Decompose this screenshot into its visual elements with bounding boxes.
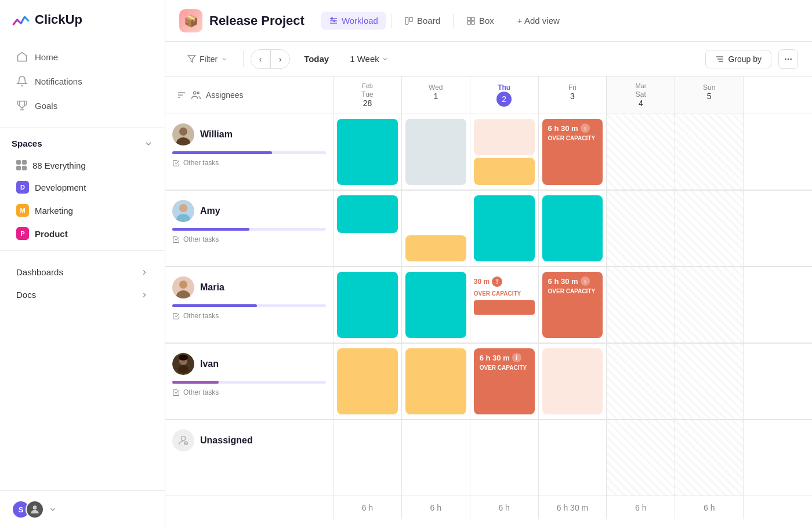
william-tue-task[interactable] — [337, 119, 398, 185]
info-icon-maria: i — [581, 276, 590, 286]
ivan-thu-task[interactable]: 6 h 30 m i OVER CAPACITY — [474, 348, 535, 414]
prev-arrow-button[interactable]: ‹ — [251, 49, 270, 69]
ivan-sat-cell — [607, 344, 675, 419]
maria-fri-task[interactable]: 6 h 30 m i OVER CAPACITY — [542, 272, 603, 338]
date-nav-arrows: ‹ › — [251, 49, 290, 69]
sidebar-item-development-label: Development — [35, 183, 86, 192]
amy-sun-cell — [675, 191, 744, 266]
amy-tue-cell — [334, 191, 402, 266]
header-day-fri: Fri 3 — [539, 77, 607, 114]
sidebar-item-product[interactable]: P Product — [5, 223, 160, 245]
sidebar-item-notifications[interactable]: Notifications — [5, 70, 160, 93]
row-maria: Maria Other tasks — [165, 267, 812, 344]
footer-tue: 6 h — [334, 496, 402, 519]
tab-workload[interactable]: Workload — [321, 12, 386, 30]
svg-point-18 — [790, 58, 792, 60]
more-options-button[interactable] — [778, 49, 798, 69]
sidebar-item-goals[interactable]: Goals — [5, 94, 160, 117]
sidebar-item-home-label: Home — [35, 52, 58, 62]
svg-marker-12 — [188, 56, 195, 62]
person-cell-ivan: Ivan Other tasks — [165, 344, 334, 419]
amy-fri-task[interactable] — [542, 195, 603, 261]
svg-point-37 — [181, 436, 185, 440]
ivan-wed-task[interactable] — [405, 348, 466, 414]
filter-chevron-icon — [221, 56, 228, 63]
svg-rect-6 — [405, 17, 408, 24]
sidebar-sections: Dashboards Docs — [0, 256, 165, 311]
group-by-button[interactable]: Group by — [705, 50, 771, 68]
maria-wed-task[interactable] — [405, 272, 466, 338]
unassigned-info: Unassigned — [172, 429, 326, 451]
amy-avatar — [172, 200, 194, 222]
sidebar-item-home[interactable]: Home — [5, 45, 160, 68]
svg-rect-11 — [472, 21, 474, 24]
user-menu-chevron[interactable] — [49, 505, 57, 514]
maria-tue-task[interactable] — [337, 272, 398, 338]
sidebar-item-docs[interactable]: Docs — [5, 284, 160, 305]
header-day-thu: Thu 2 — [470, 77, 539, 114]
amy-info: Amy — [172, 200, 326, 222]
sidebar-item-dashboards[interactable]: Dashboards — [5, 261, 160, 283]
svg-rect-8 — [467, 17, 470, 20]
tab-board[interactable]: Board — [396, 12, 448, 30]
filter-button[interactable]: Filter — [179, 50, 236, 68]
spaces-header: Spaces — [0, 133, 165, 154]
william-thu-task-orange[interactable] — [474, 158, 535, 185]
sidebar-item-notifications-label: Notifications — [35, 77, 82, 86]
amy-tue-task[interactable] — [337, 195, 398, 233]
sidebar: ClickUp Home Notifications Goals Spaces — [0, 0, 165, 528]
william-wed-task[interactable] — [405, 119, 466, 185]
william-thu-task-peach[interactable] — [474, 119, 535, 155]
today-button[interactable]: Today — [297, 50, 336, 68]
sidebar-item-everything[interactable]: 88 Everything — [5, 155, 160, 175]
amy-thu-cell — [470, 191, 539, 266]
add-view-button[interactable]: + Add view — [509, 12, 568, 30]
ivan-tue-task[interactable] — [337, 348, 398, 414]
svg-point-4 — [331, 17, 333, 19]
person-cell-william: William Other tasks — [165, 114, 334, 190]
svg-point-35 — [178, 365, 188, 373]
william-other-tasks-label: Other tasks — [183, 159, 219, 167]
tab-board-label: Board — [417, 16, 440, 26]
maria-fri-cell: 6 h 30 m i OVER CAPACITY — [539, 267, 607, 343]
unassigned-avatar — [172, 429, 194, 451]
everything-icon — [16, 160, 27, 170]
amy-thu-task[interactable] — [474, 195, 535, 261]
bell-icon — [16, 75, 28, 87]
calendar-container: Assignees Feb Tue 28 Wed 1 Thu 2 — [165, 77, 812, 528]
maria-info: Maria — [172, 276, 326, 298]
maria-thu-task-red[interactable] — [474, 300, 535, 315]
header-day-wed: Wed 1 — [402, 77, 470, 114]
svg-rect-7 — [409, 17, 412, 21]
month-mar: Mar — [611, 82, 670, 89]
project-title: Release Project — [209, 13, 304, 28]
amy-wed-task[interactable] — [405, 235, 466, 261]
tab-box-label: Box — [479, 16, 494, 26]
maria-sun-cell — [675, 267, 744, 343]
unassigned-sat-cell — [607, 420, 675, 496]
svg-point-25 — [179, 128, 187, 136]
ivan-over-capacity-time: 6 h 30 m i — [480, 353, 529, 362]
board-icon — [404, 16, 414, 26]
footer-wed: 6 h — [402, 496, 470, 519]
week-select-button[interactable]: 1 Week — [343, 50, 396, 68]
tab-box[interactable]: Box — [458, 12, 502, 30]
more-dots-icon — [784, 54, 793, 64]
maria-sat-cell — [607, 267, 675, 343]
day-num-5: 5 — [680, 92, 738, 101]
sidebar-item-development[interactable]: D Development — [5, 176, 160, 198]
header-day-sat: Mar Sat 4 — [607, 77, 675, 114]
row-unassigned: Unassigned — [165, 420, 812, 496]
sidebar-nav: Home Notifications Goals — [0, 39, 165, 123]
william-fri-task[interactable]: 6 h 30 m i OVER CAPACITY — [542, 119, 603, 185]
header-day-sun: Sun 5 — [675, 77, 744, 114]
chevron-down-icon[interactable] — [144, 139, 153, 148]
william-name: William — [200, 129, 233, 140]
maria-over-capacity-label-fri: OVER CAPACITY — [548, 288, 597, 294]
sidebar-item-marketing[interactable]: M Marketing — [5, 199, 160, 221]
maria-tue-cell — [334, 267, 402, 343]
next-arrow-button[interactable]: › — [270, 49, 290, 69]
ivan-fri-task[interactable] — [542, 348, 603, 414]
william-progress-bar-container — [172, 151, 326, 154]
calendar-header: Assignees Feb Tue 28 Wed 1 Thu 2 — [165, 77, 812, 114]
